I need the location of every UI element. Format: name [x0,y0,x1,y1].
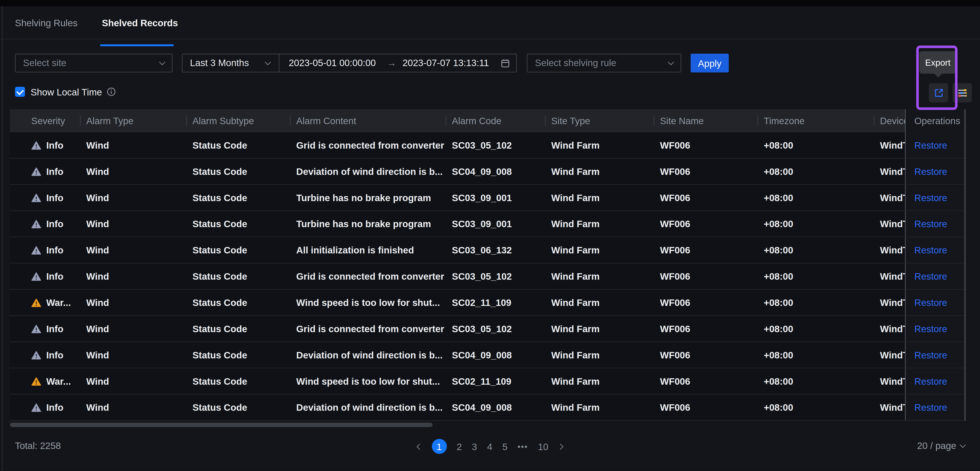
cell-timezone: +08:00 [757,342,874,368]
cell-site-name: WF006 [654,316,757,341]
cell-severity: Info [10,211,80,236]
restore-link[interactable]: Restore [914,376,947,387]
cell-severity: Info [10,185,80,211]
next-page-icon[interactable] [557,443,564,449]
divider [279,54,280,72]
cell-alarm-subtype: Status Code [186,211,290,236]
column-header-device: Device [874,109,905,132]
page-size-select[interactable]: 20 / page [917,440,965,451]
cell-alarm-code: SC04_09_008 [445,395,545,420]
show-local-time-checkbox[interactable] [15,87,25,97]
cell-timezone: +08:00 [757,237,874,263]
table-body: InfoWindStatus CodeGrid is connected fro… [10,132,966,421]
info-severity-icon [31,140,41,150]
cell-site-name: WF006 [654,132,757,158]
cell-operations: Restore [905,395,966,420]
cell-site-name: WF006 [654,237,757,263]
export-button[interactable] [929,83,948,102]
cell-alarm-content: Deviation of wind direction is b... [290,342,445,368]
page-button-active[interactable]: 1 [432,439,447,454]
export-tooltip: Export [920,51,956,74]
cell-site-name: WF006 [654,211,757,236]
cell-device: WindTu [874,132,905,158]
cell-alarm-type: Wind [80,263,186,289]
column-header-alarm-content: Alarm Content [290,109,445,132]
cell-site-type: Wind Farm [545,159,654,184]
restore-link[interactable]: Restore [914,166,947,177]
cell-site-type: Wind Farm [545,263,654,289]
page-button[interactable]: 4 [487,441,492,452]
cell-alarm-content: Turbine has no brake program [290,211,445,236]
apply-button[interactable]: Apply [690,54,729,72]
cell-alarm-subtype: Status Code [186,263,290,289]
page-button[interactable]: 3 [472,441,477,452]
restore-link[interactable]: Restore [914,219,947,229]
range-preset-value[interactable]: Last 3 Months [190,54,249,72]
cell-alarm-content: Grid is connected from converter [290,263,445,289]
shelving-rule-select[interactable]: Select shelving rule [527,54,681,72]
restore-link[interactable]: Restore [914,349,947,360]
restore-link[interactable]: Restore [914,324,947,334]
prev-page-icon[interactable] [416,443,423,449]
cell-operations: Restore [905,342,966,368]
cell-alarm-subtype: Status Code [186,237,290,263]
vertical-scrollbar[interactable] [964,109,966,421]
cell-severity: War... [10,368,80,394]
cell-alarm-content: Deviation of wind direction is b... [290,159,445,184]
restore-link[interactable]: Restore [914,192,947,203]
column-settings-button[interactable] [953,83,972,102]
table-row: InfoWindStatus CodeAll initialization is… [10,237,966,263]
cell-site-type: Wind Farm [545,316,654,341]
cell-site-type: Wind Farm [545,368,654,394]
cell-operations: Restore [905,159,966,184]
show-local-time-label: Show Local Time [30,87,102,97]
page-button-last[interactable]: 10 [538,441,548,452]
cell-alarm-subtype: Status Code [186,132,290,158]
page-button[interactable]: 2 [457,441,462,452]
cell-timezone: +08:00 [757,395,874,420]
cell-site-type: Wind Farm [545,185,654,211]
restore-link[interactable]: Restore [914,402,947,413]
info-severity-icon [31,271,41,281]
date-range-picker[interactable]: Last 3 Months 2023-05-01 00:00:00 → 2023… [182,54,517,72]
warning-severity-icon [31,297,41,308]
site-select[interactable]: Select site [15,54,172,72]
tab-shelving-rules[interactable]: Shelving Rules [15,6,78,40]
info-severity-icon [31,403,41,412]
severity-label: War... [46,368,71,394]
cell-device: WindTu [874,368,905,394]
cell-device: WindTu [874,211,905,236]
cell-device: WindTu [874,237,905,263]
tab-shelved-records[interactable]: Shelved Records [102,6,178,40]
horizontal-scrollbar-thumb[interactable] [10,423,433,427]
cell-severity: Info [10,263,80,289]
cell-alarm-subtype: Status Code [186,185,290,211]
severity-label: Info [46,211,64,236]
column-header-operations: Operations [905,109,966,132]
column-header-severity: Severity [10,109,80,132]
info-icon[interactable] [107,87,116,97]
cell-severity: Info [10,342,80,368]
cell-severity: Info [10,395,80,420]
restore-link[interactable]: Restore [914,140,947,151]
table-row: War...WindStatus CodeWind speed is too l… [10,290,966,316]
cell-alarm-content: Wind speed is too low for shut... [290,290,445,315]
cell-device: WindTu [874,263,905,289]
cell-alarm-content: All initialization is finished [290,237,445,263]
cell-device: WindTu [874,185,905,211]
pagination-ellipsis[interactable]: ••• [518,442,528,451]
cell-alarm-content: Grid is connected from converter [290,316,445,341]
restore-link[interactable]: Restore [914,271,947,282]
end-datetime[interactable]: 2023-07-07 13:13:11 [402,54,489,72]
start-datetime[interactable]: 2023-05-01 00:00:00 [289,54,376,72]
restore-link[interactable]: Restore [914,245,947,255]
cell-alarm-type: Wind [80,132,186,158]
restore-link[interactable]: Restore [914,297,947,308]
cell-site-name: WF006 [654,342,757,368]
column-header-alarm-code: Alarm Code [445,109,545,132]
page-button[interactable]: 5 [502,441,508,452]
window-top-strip [0,0,980,6]
table-row: War...WindStatus CodeWind speed is too l… [10,368,966,395]
severity-label: Info [46,316,64,341]
cell-alarm-content: Deviation of wind direction is b... [290,395,445,420]
